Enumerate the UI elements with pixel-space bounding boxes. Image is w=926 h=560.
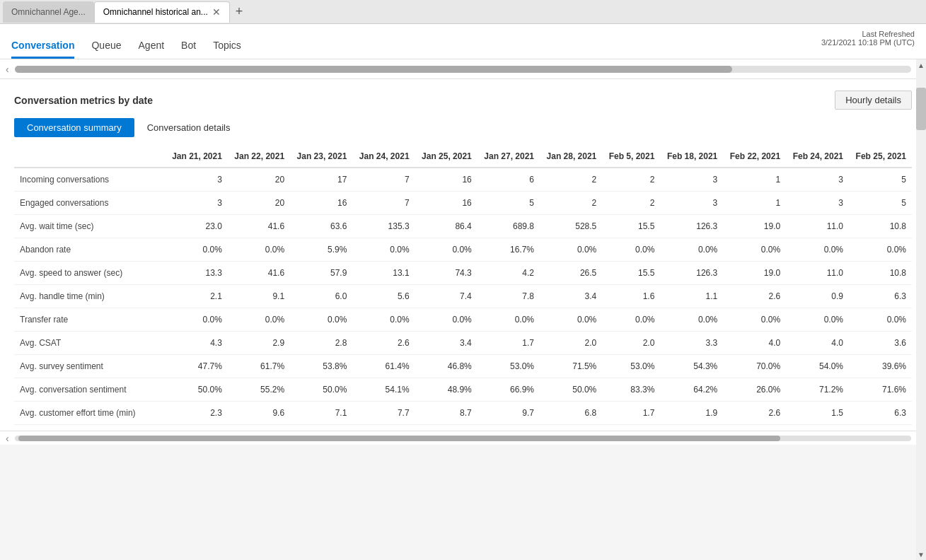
browser-tabs: Omnichannel Age... Omnichannel historica… — [0, 0, 926, 24]
scroll-bar-bottom[interactable]: ‹ › — [0, 431, 926, 445]
metric-value: 54.3% — [660, 355, 723, 378]
metric-value: 0.0% — [166, 308, 228, 332]
nav-tab-topics[interactable]: Topics — [213, 40, 241, 59]
metric-value: 11.0 — [786, 262, 849, 285]
metric-label: Engaged conversations — [14, 192, 166, 215]
metric-value: 0.0% — [723, 238, 786, 262]
metric-value: 83.3% — [602, 378, 660, 402]
metric-value: 54.0% — [786, 355, 849, 378]
metric-value: 9.7 — [478, 402, 540, 425]
metric-value: 10.8 — [849, 215, 912, 238]
sub-tab-details[interactable]: Conversation details — [134, 118, 243, 137]
metric-value: 6.0 — [290, 285, 352, 308]
table-header: Jan 21, 2021Jan 22, 2021Jan 23, 2021Jan … — [14, 146, 912, 168]
metric-value: 3 — [166, 168, 228, 192]
metric-value: 2.0 — [540, 332, 602, 355]
metric-value: 3 — [660, 168, 723, 192]
metric-value: 86.4 — [415, 215, 478, 238]
metric-value: 54.1% — [352, 378, 415, 402]
metric-value: 6.3 — [849, 402, 912, 425]
hourly-details-button[interactable]: Hourly details — [835, 91, 912, 110]
date-header-8: Feb 5, 2021 — [602, 146, 660, 168]
last-refreshed-value: 3/21/2021 10:18 PM (UTC) — [821, 38, 915, 47]
metric-value: 2 — [540, 168, 602, 192]
metric-value: 0.0% — [415, 308, 478, 332]
metric-value: 1.6 — [602, 285, 660, 308]
metric-value: 7.7 — [352, 402, 415, 425]
metric-value: 2.6 — [723, 402, 786, 425]
table-container[interactable]: Jan 21, 2021Jan 22, 2021Jan 23, 2021Jan … — [14, 146, 912, 425]
metric-value: 1.5 — [786, 402, 849, 425]
metric-value: 3.6 — [849, 332, 912, 355]
table-row: Transfer rate0.0%0.0%0.0%0.0%0.0%0.0%0.0… — [14, 308, 912, 332]
main-content: ‹ › Conversation metrics by date Hourly … — [0, 59, 926, 560]
metric-value: 8.7 — [415, 402, 478, 425]
nav-tab-conversation[interactable]: Conversation — [11, 40, 74, 59]
nav-tab-agent[interactable]: Agent — [139, 40, 165, 59]
tab-omnichannel-historical[interactable]: Omnichannel historical an... ✕ — [94, 1, 230, 23]
metric-value: 46.8% — [415, 355, 478, 378]
metric-value: 64.2% — [660, 378, 723, 402]
metric-value: 15.5 — [602, 262, 660, 285]
scrollbar-track-top[interactable] — [15, 66, 912, 73]
sub-tabs: Conversation summary Conversation detail… — [14, 118, 912, 137]
metric-value: 53.0% — [602, 355, 660, 378]
vscroll-down-arrow[interactable]: ▼ — [916, 549, 926, 560]
metric-value: 15.5 — [602, 215, 660, 238]
metric-value: 3 — [166, 192, 228, 215]
scroll-left-arrow[interactable]: ‹ — [6, 64, 9, 75]
metric-value: 126.3 — [660, 215, 723, 238]
vertical-scrollbar[interactable]: ▲ ▼ — [916, 59, 926, 560]
metric-value: 71.6% — [849, 378, 912, 402]
metric-value: 528.5 — [540, 215, 602, 238]
tab-omnichannel-agent[interactable]: Omnichannel Age... — [3, 1, 94, 23]
add-tab-button[interactable]: + — [230, 4, 249, 19]
metric-value: 61.7% — [228, 355, 290, 378]
metric-value: 41.6 — [228, 215, 290, 238]
metric-value: 3.4 — [415, 332, 478, 355]
sub-tab-summary[interactable]: Conversation summary — [14, 118, 134, 137]
metric-label-header — [14, 146, 166, 168]
app-header: Conversation Queue Agent Bot Topics Last… — [0, 24, 926, 59]
scroll-left-arrow-bottom[interactable]: ‹ — [6, 433, 9, 444]
metric-label: Abandon rate — [14, 238, 166, 262]
metrics-title: Conversation metrics by date — [14, 95, 153, 106]
metric-value: 1 — [723, 192, 786, 215]
metric-value: 7.4 — [415, 285, 478, 308]
date-header-3: Jan 23, 2021 — [290, 146, 352, 168]
table-row: Avg. conversation sentiment50.0%55.2%50.… — [14, 378, 912, 402]
nav-tab-bot[interactable]: Bot — [181, 40, 196, 59]
metric-value: 26.0% — [723, 378, 786, 402]
nav-tab-queue[interactable]: Queue — [91, 40, 121, 59]
date-header-2: Jan 22, 2021 — [228, 146, 290, 168]
metric-label: Avg. wait time (sec) — [14, 215, 166, 238]
table-row: Incoming conversations320177166223135 — [14, 168, 912, 192]
vscroll-thumb[interactable] — [916, 88, 926, 130]
metric-value: 3 — [786, 192, 849, 215]
close-icon[interactable]: ✕ — [212, 6, 221, 18]
metric-label: Avg. customer effort time (min) — [14, 402, 166, 425]
metric-value: 61.4% — [352, 355, 415, 378]
metric-value: 50.0% — [540, 378, 602, 402]
metrics-header: Conversation metrics by date Hourly deta… — [14, 91, 912, 110]
scrollbar-track-bottom[interactable] — [15, 436, 912, 441]
metric-label: Avg. survey sentiment — [14, 355, 166, 378]
last-refreshed: Last Refreshed 3/21/2021 10:18 PM (UTC) — [821, 30, 915, 47]
metric-value: 126.3 — [660, 262, 723, 285]
metric-value: 2 — [602, 168, 660, 192]
metric-value: 1.7 — [478, 332, 540, 355]
metric-value: 0.0% — [228, 238, 290, 262]
metric-value: 16.7% — [478, 238, 540, 262]
metric-value: 10.8 — [849, 262, 912, 285]
metric-label: Avg. CSAT — [14, 332, 166, 355]
metric-value: 47.7% — [166, 355, 228, 378]
metric-value: 0.0% — [786, 238, 849, 262]
metric-value: 0.0% — [415, 238, 478, 262]
metric-label: Avg. conversation sentiment — [14, 378, 166, 402]
table-row: Avg. customer effort time (min)2.39.67.1… — [14, 402, 912, 425]
metrics-table: Jan 21, 2021Jan 22, 2021Jan 23, 2021Jan … — [14, 146, 912, 425]
scroll-bar-top[interactable]: ‹ › — [0, 59, 926, 79]
table-row: Abandon rate0.0%0.0%5.9%0.0%0.0%16.7%0.0… — [14, 238, 912, 262]
vscroll-up-arrow[interactable]: ▲ — [916, 59, 926, 71]
date-header-12: Feb 25, 2021 — [849, 146, 912, 168]
